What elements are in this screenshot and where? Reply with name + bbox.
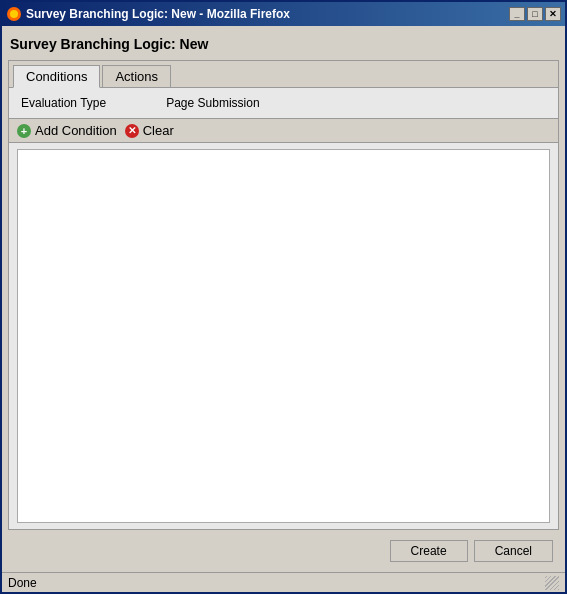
page-title: Survey Branching Logic: New (8, 32, 559, 60)
conditions-toolbar: + Add Condition ✕ Clear (9, 118, 558, 143)
tab-actions-label: Actions (115, 69, 158, 84)
eval-type-value: Page Submission (166, 96, 259, 110)
close-button[interactable]: ✕ (545, 7, 561, 21)
tab-actions[interactable]: Actions (102, 65, 171, 87)
tab-content-conditions: Evaluation Type Page Submission + Add Co… (9, 88, 558, 529)
conditions-list-area (17, 149, 550, 523)
status-bar: Done (2, 572, 565, 592)
title-bar: Survey Branching Logic: New - Mozilla Fi… (2, 2, 565, 26)
title-bar-left: Survey Branching Logic: New - Mozilla Fi… (6, 6, 290, 22)
footer: Create Cancel (8, 536, 559, 566)
add-condition-button[interactable]: + Add Condition (17, 123, 117, 138)
window-content: Survey Branching Logic: New Conditions A… (2, 26, 565, 572)
status-text: Done (8, 576, 37, 590)
eval-row: Evaluation Type Page Submission (9, 88, 558, 118)
cancel-button[interactable]: Cancel (474, 540, 553, 562)
title-bar-buttons: _ □ ✕ (509, 7, 561, 21)
clear-button[interactable]: ✕ Clear (125, 123, 174, 138)
title-bar-text: Survey Branching Logic: New - Mozilla Fi… (26, 7, 290, 21)
tab-bar: Conditions Actions (9, 61, 558, 88)
clear-icon: ✕ (125, 124, 139, 138)
main-window: Survey Branching Logic: New - Mozilla Fi… (0, 0, 567, 594)
svg-point-1 (10, 10, 18, 18)
eval-type-label: Evaluation Type (21, 96, 106, 110)
clear-label: Clear (143, 123, 174, 138)
maximize-button[interactable]: □ (527, 7, 543, 21)
tab-conditions[interactable]: Conditions (13, 65, 100, 88)
create-button[interactable]: Create (390, 540, 468, 562)
minimize-button[interactable]: _ (509, 7, 525, 21)
tab-conditions-label: Conditions (26, 69, 87, 84)
main-panel: Conditions Actions Evaluation Type Page … (8, 60, 559, 530)
firefox-icon (6, 6, 22, 22)
add-condition-label: Add Condition (35, 123, 117, 138)
resize-handle (545, 576, 559, 590)
add-icon: + (17, 124, 31, 138)
